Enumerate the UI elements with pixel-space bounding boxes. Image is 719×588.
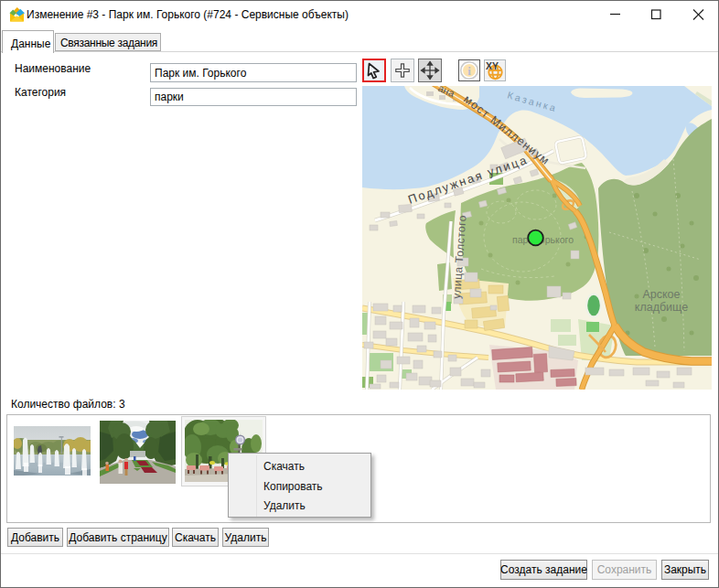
svg-text:Арское: Арское [642,288,680,301]
svg-text:i: i [467,64,471,78]
svg-text:XY: XY [486,60,499,71]
svg-text:кладбище: кладбище [635,301,688,314]
